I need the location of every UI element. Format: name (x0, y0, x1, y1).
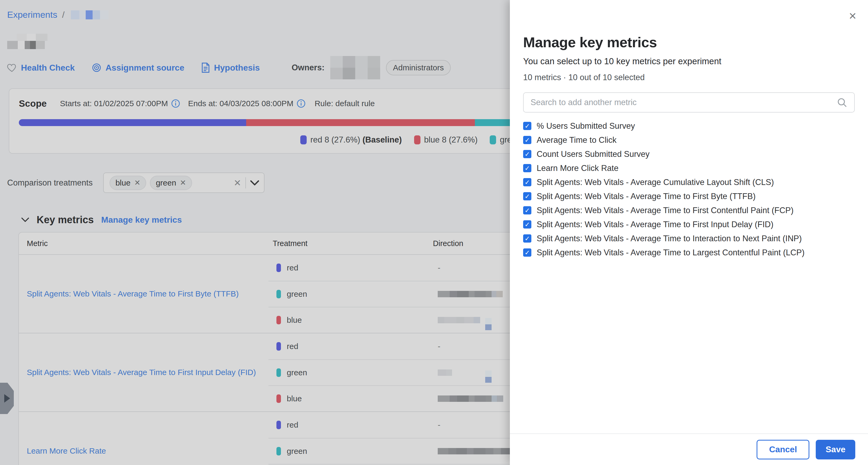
metric-checkbox-item[interactable]: ✓Split Agents: Web Vitals - Average Cumu… (523, 175, 855, 189)
metric-checkbox-label: Split Agents: Web Vitals - Average Time … (537, 192, 755, 201)
metric-checkbox-label: Split Agents: Web Vitals - Average Time … (537, 234, 802, 243)
app-window: Experiments / Health Check Assignment so… (0, 0, 868, 465)
metrics-count: 10 metrics · 10 out of 10 selected (523, 73, 855, 82)
metric-checklist: ✓% Users Submitted Survey✓Average Time t… (523, 119, 855, 260)
search-box[interactable] (523, 92, 855, 113)
metric-checkbox-label: Count Users Submitted Survey (537, 149, 650, 159)
metric-checkbox-label: Split Agents: Web Vitals - Average Time … (537, 206, 794, 215)
metric-checkbox-item[interactable]: ✓Split Agents: Web Vitals - Average Time… (523, 217, 855, 231)
metric-checkbox-item[interactable]: ✓Split Agents: Web Vitals - Average Time… (523, 245, 855, 260)
metric-checkbox-item[interactable]: ✓Split Agents: Web Vitals - Average Time… (523, 203, 855, 217)
checkbox-checked-icon[interactable]: ✓ (523, 136, 531, 144)
search-icon (837, 97, 847, 108)
checkbox-checked-icon[interactable]: ✓ (523, 150, 531, 158)
metric-checkbox-item[interactable]: ✓Average Time to Click (523, 133, 855, 147)
cancel-button[interactable]: Cancel (756, 440, 809, 459)
checkbox-checked-icon[interactable]: ✓ (523, 178, 531, 186)
metric-checkbox-item[interactable]: ✓Split Agents: Web Vitals - Average Time… (523, 189, 855, 203)
checkbox-checked-icon[interactable]: ✓ (523, 192, 531, 200)
metric-checkbox-label: % Users Submitted Survey (537, 121, 635, 131)
metric-checkbox-label: Split Agents: Web Vitals - Average Time … (537, 220, 773, 229)
panel-footer: Cancel Save (510, 433, 868, 465)
checkbox-checked-icon[interactable]: ✓ (523, 249, 531, 257)
metric-checkbox-item[interactable]: ✓% Users Submitted Survey (523, 119, 855, 133)
close-icon[interactable]: × (849, 9, 856, 22)
metric-checkbox-label: Average Time to Click (537, 135, 617, 145)
checkbox-checked-icon[interactable]: ✓ (523, 122, 531, 130)
metric-checkbox-label: Split Agents: Web Vitals - Average Cumul… (537, 178, 774, 187)
metric-checkbox-item[interactable]: ✓Split Agents: Web Vitals - Average Time… (523, 231, 855, 245)
metric-checkbox-label: Split Agents: Web Vitals - Average Time … (537, 248, 805, 257)
checkbox-checked-icon[interactable]: ✓ (523, 206, 531, 214)
save-button[interactable]: Save (816, 440, 855, 459)
manage-key-metrics-panel: × Manage key metrics You can select up t… (510, 0, 868, 465)
metric-checkbox-item[interactable]: ✓Learn More Click Rate (523, 161, 855, 175)
metric-checkbox-label: Learn More Click Rate (537, 164, 618, 173)
checkbox-checked-icon[interactable]: ✓ (523, 234, 531, 242)
panel-subtitle: You can select up to 10 key metrics per … (523, 56, 855, 66)
panel-title: Manage key metrics (523, 34, 855, 51)
metric-checkbox-item[interactable]: ✓Count Users Submitted Survey (523, 147, 855, 161)
search-input[interactable] (531, 98, 837, 107)
checkbox-checked-icon[interactable]: ✓ (523, 220, 531, 229)
checkbox-checked-icon[interactable]: ✓ (523, 164, 531, 172)
